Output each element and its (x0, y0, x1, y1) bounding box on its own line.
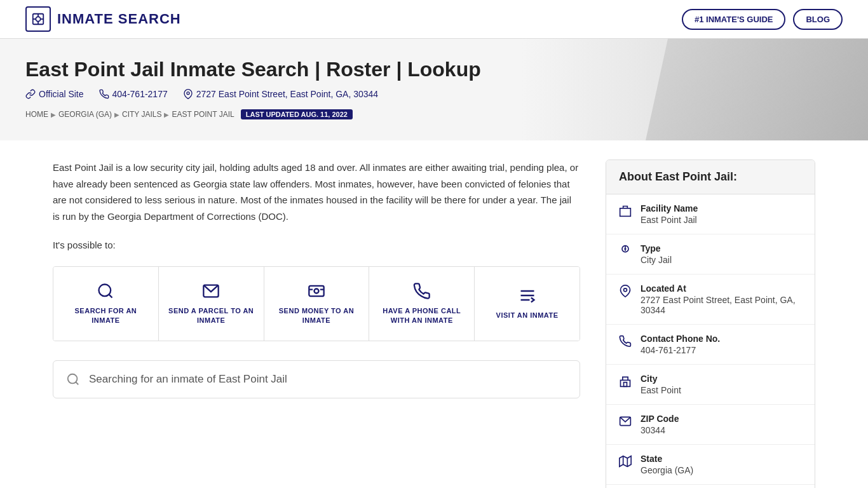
logo-icon (25, 6, 51, 32)
action-phone-label: HAVE A PHONE CALL WITH AN INMATE (377, 306, 466, 326)
action-card-phone[interactable]: HAVE A PHONE CALL WITH AN INMATE (369, 267, 475, 341)
last-updated-badge: LAST UPDATED AUG. 11, 2022 (241, 109, 353, 119)
svg-rect-19 (620, 208, 631, 217)
breadcrumb-facility[interactable]: EAST POINT JAIL (172, 110, 234, 119)
breadcrumb-city-jails[interactable]: CITY JAILS (122, 110, 161, 119)
action-parcel-label: SEND A PARCEL TO AN INMATE (166, 306, 256, 326)
action-cards: SEARCH FOR AN INMATE SEND A PARCEL TO AN… (53, 266, 580, 342)
parcel-icon (202, 282, 220, 300)
state-label: State (641, 454, 693, 464)
sidebar-card-body: Facility Name East Point Jail Type City … (606, 194, 815, 488)
sidebar-title: About East Point Jail: (619, 170, 802, 184)
map-icon (619, 455, 632, 468)
sidebar-row-zip: ZIP Code 30344 (606, 405, 815, 445)
sidebar-row-location: Located At 2727 East Point Street, East … (606, 274, 815, 325)
sidebar-row-county: County Fulton County (606, 485, 815, 488)
state-value: Georgia (GA) (641, 465, 693, 475)
logo-link[interactable]: INMATE SEARCH (25, 6, 181, 32)
breadcrumb-sep2: ▶ (114, 111, 119, 118)
facility-name-content: Facility Name East Point Jail (641, 203, 698, 225)
contact-phone-icon (619, 335, 632, 348)
sidebar-row-facility: Facility Name East Point Jail (606, 194, 815, 234)
city-icon (619, 375, 632, 388)
action-visit-label: VISIT AN INMATE (496, 311, 559, 320)
city-value: East Point (641, 385, 681, 395)
facility-name-label: Facility Name (641, 203, 698, 214)
address-link[interactable]: 2727 East Point Street, East Point, GA, … (183, 89, 378, 99)
type-label: Type (641, 243, 672, 254)
svg-point-1 (36, 17, 40, 21)
phone-icon (99, 89, 109, 99)
breadcrumb-home[interactable]: HOME (25, 110, 48, 119)
breadcrumb-sep3: ▶ (164, 111, 169, 118)
official-site-link[interactable]: Official Site (25, 89, 84, 99)
link-icon (25, 89, 36, 99)
svg-point-17 (68, 374, 78, 384)
money-icon (308, 282, 325, 300)
svg-point-22 (625, 248, 626, 250)
mail-icon (619, 415, 632, 428)
phone-link[interactable]: 404-761-2177 (99, 89, 168, 99)
sidebar-card: About East Point Jail: Facility Name Eas… (606, 159, 815, 488)
possible-label: It's possible to: (53, 237, 580, 254)
guide-button[interactable]: #1 INMATE'S GUIDE (682, 9, 785, 30)
search-icon (97, 282, 114, 300)
action-card-money[interactable]: SEND MONEY TO AN INMATE (264, 267, 370, 341)
type-value: City Jail (641, 255, 672, 265)
svg-rect-25 (624, 383, 627, 387)
facility-name-value: East Point Jail (641, 215, 698, 225)
location-label: Located At (641, 283, 802, 294)
svg-line-8 (109, 294, 112, 297)
blog-button[interactable]: BLOG (793, 9, 843, 30)
search-box-placeholder: Searching for an inmate of East Point Ja… (89, 373, 287, 386)
sidebar-row-phone: Contact Phone No. 404-761-2177 (606, 325, 815, 365)
action-card-parcel[interactable]: SEND A PARCEL TO AN INMATE (159, 267, 264, 341)
phone-value: 404-761-2177 (641, 345, 720, 355)
logo-text: INMATE SEARCH (57, 11, 181, 27)
search-box[interactable]: Searching for an inmate of East Point Ja… (53, 360, 580, 398)
main-layout: East Point Jail is a low security city j… (27, 140, 841, 488)
building-icon (619, 205, 632, 217)
sidebar-row-type: Type City Jail (606, 234, 815, 274)
city-label: City (641, 374, 681, 384)
hero-bg-decoration (646, 39, 868, 140)
search-box-icon (66, 372, 80, 386)
action-card-visit[interactable]: VISIT AN INMATE (475, 267, 580, 341)
hero-section: East Point Jail Inmate Search | Roster |… (0, 39, 868, 140)
sidebar: About East Point Jail: Facility Name Eas… (606, 159, 815, 488)
phone-label: Contact Phone No. (641, 334, 720, 344)
zip-label: ZIP Code (641, 414, 679, 424)
svg-line-18 (76, 383, 78, 385)
main-content: East Point Jail is a low security city j… (53, 159, 580, 488)
header-nav: #1 INMATE'S GUIDE BLOG (682, 9, 843, 30)
sidebar-card-header: About East Point Jail: (606, 160, 815, 194)
svg-rect-24 (621, 380, 630, 386)
action-search-label: SEARCH FOR AN INMATE (61, 306, 151, 326)
location-icon (183, 89, 193, 99)
type-icon (619, 245, 632, 257)
svg-point-23 (624, 288, 627, 292)
svg-point-7 (99, 284, 111, 296)
svg-rect-10 (309, 285, 323, 295)
svg-point-11 (314, 288, 318, 293)
site-header: INMATE SEARCH #1 INMATE'S GUIDE BLOG (0, 0, 868, 39)
phone-call-icon (413, 282, 431, 300)
sidebar-row-state: State Georgia (GA) (606, 445, 815, 485)
zip-value: 30344 (641, 425, 679, 435)
action-card-search[interactable]: SEARCH FOR AN INMATE (53, 267, 159, 341)
visit-icon (519, 287, 536, 304)
svg-point-6 (187, 92, 189, 95)
sidebar-row-city: City East Point (606, 365, 815, 405)
svg-marker-27 (620, 456, 631, 467)
location-value: 2727 East Point Street, East Point, GA, … (641, 295, 802, 315)
facility-description: East Point Jail is a low security city j… (53, 159, 580, 224)
breadcrumb-state[interactable]: GEORGIA (GA) (58, 110, 112, 119)
location-pin-icon (619, 285, 632, 297)
action-money-label: SEND MONEY TO AN INMATE (272, 306, 362, 326)
breadcrumb-sep1: ▶ (51, 111, 56, 118)
